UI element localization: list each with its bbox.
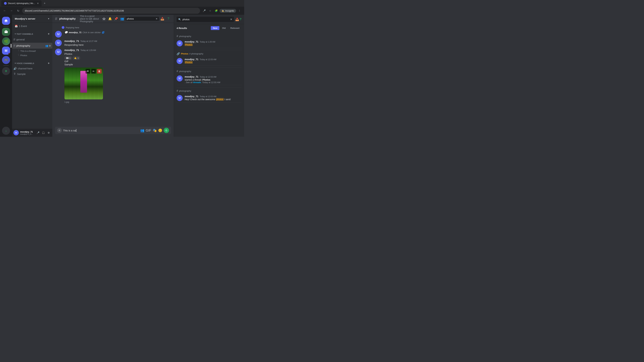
voice-channels-label[interactable]: ▾ VOICE CHANNELS +	[14, 61, 51, 65]
input-add-button[interactable]: +	[57, 128, 62, 133]
microphone-icon[interactable]: 🎤	[202, 8, 207, 13]
channel-title: photography	[59, 17, 76, 20]
channel-channel-here[interactable]: 🔊 channel-here	[12, 66, 52, 71]
mute-button[interactable]: 🎤	[36, 130, 40, 135]
message-sticker: M 💬 moodjoy_71 Click to see sticker 🌀	[52, 30, 174, 38]
members-icon[interactable]: 👥	[120, 16, 125, 21]
nav-forward-button[interactable]: →	[9, 8, 14, 13]
search-result-group-3: # photography M moodjoy_71 Today at 12:0…	[174, 68, 244, 86]
deafen-button[interactable]: 🎧	[41, 130, 46, 135]
address-bar[interactable]: discord.com/channels/1182346851781984336…	[22, 8, 200, 14]
add-server-button[interactable]: +	[2, 67, 10, 75]
result-avatar-2: M	[176, 58, 183, 64]
image-delete-icon[interactable]: 🗑	[97, 69, 102, 73]
result-thread-name[interactable]: Photos	[181, 52, 188, 55]
threads-link[interactable]: threads	[193, 81, 201, 84]
server-icon-2[interactable]: 🌿	[2, 37, 10, 45]
search-result-group-2: 🔗 Photos # photography M moodjoy_71 Toda…	[174, 51, 244, 67]
active-tab[interactable]: Discord | #photography | Moo... ✕	[1, 0, 42, 6]
nav-back-button[interactable]: ←	[2, 8, 8, 13]
result-time-4: Today at 12:03 AM	[200, 95, 216, 98]
incognito-label: Incognito	[225, 9, 234, 12]
discord-home-icon[interactable]	[2, 17, 10, 25]
search-input-wrap[interactable]: 🔍 photos ✕	[176, 17, 234, 22]
search-input[interactable]: photos	[182, 18, 229, 21]
search-result-group-4: # photography M moodjoy_71 Today at 12:0…	[174, 88, 244, 104]
star-icon[interactable]: ☆	[208, 8, 213, 13]
search-bar[interactable]: photos ✕	[126, 17, 159, 21]
result-channel-name-3: photography	[179, 70, 191, 72]
extensions-icon[interactable]: 🧩	[214, 8, 219, 13]
result-header-1: moodjoy_71 Today at 1:29 AM	[185, 40, 242, 43]
discord-icon: 💬	[64, 31, 68, 34]
incognito-badge[interactable]: 🕵 Incognito	[220, 9, 236, 13]
image-view-icon[interactable]: 👁	[86, 69, 90, 73]
search-clear-icon[interactable]: ✕	[156, 17, 158, 20]
voice-icon-channel-here: 🔊	[14, 67, 17, 70]
channel-sidebar: Moodjoy's server ▼ 📅 1 Event ▾ TEXT CHAN…	[12, 15, 52, 137]
server-icon-1[interactable]: 🏔	[2, 28, 10, 36]
chat-area: Replying here M 💬 moodjoy_71 Click to se…	[52, 23, 174, 124]
help-icon[interactable]: ?	[166, 16, 171, 21]
channel-photography[interactable]: # photography 👥 ⚙	[12, 43, 52, 49]
nav-reload-button[interactable]: ↻	[16, 8, 21, 13]
mention-people-icon[interactable]: 👥	[140, 128, 144, 132]
reaction-eyes[interactable]: 👀 1	[64, 56, 72, 60]
grammarly-button[interactable]: G	[164, 128, 169, 133]
settings-button[interactable]: ⚙	[46, 130, 51, 135]
server-icon-moodjoys[interactable]: M	[2, 46, 10, 55]
result-content-4: moodjoy_71 Today at 12:03 AM Hey! Check …	[185, 95, 242, 101]
members-icon[interactable]: 👥	[45, 44, 48, 47]
gif-button[interactable]: GIF	[146, 129, 151, 132]
username: moodjoy_71	[20, 131, 34, 133]
event-label: 1 Event	[19, 25, 27, 27]
download-icon[interactable]: ↓	[2, 127, 10, 135]
url-text: discord.com/channels/1182346851781984336…	[25, 9, 124, 12]
server-icon-3[interactable]: 🎮	[2, 56, 10, 64]
channel-general[interactable]: # general	[12, 36, 52, 42]
result-header-3: moodjoy_71 Today at 12:03 AM	[185, 75, 242, 78]
thread-this-is-a-thread[interactable]: └ This is a thread!	[12, 49, 52, 53]
search-results: # photography M moodjoy_71 Today at 1:29…	[174, 32, 244, 137]
tab-close-button[interactable]: ✕	[37, 2, 39, 5]
event-item[interactable]: 📅 1 Event	[14, 24, 51, 28]
sort-old-button[interactable]: Old	[220, 26, 228, 30]
message-input-area: + This is a sa 👥 GIF 🎭 😊 G	[52, 124, 174, 137]
sticker-icon[interactable]: 🎭	[152, 128, 157, 132]
add-voice-channel-button[interactable]: +	[48, 61, 50, 65]
server-header[interactable]: Moodjoy's server ▼	[12, 15, 52, 23]
search-filter-icon-1[interactable]: 📥	[235, 17, 239, 21]
sort-new-button[interactable]: New	[211, 26, 219, 30]
message-avatar-sticker: M	[55, 31, 62, 37]
threads-icon[interactable]	[101, 16, 107, 21]
text-channels-label[interactable]: ▾ TEXT CHANNELS +	[14, 32, 51, 36]
settings-icon[interactable]: ⚙	[49, 44, 51, 47]
reaction-hand[interactable]: 🤙 1	[72, 56, 80, 60]
notifications-icon[interactable]: 🔔	[107, 16, 113, 21]
emoji-icon[interactable]: 😊	[158, 128, 162, 132]
search-help-icon[interactable]: ?	[240, 17, 242, 21]
server-sidebar: 🏔 🌿 M 🎮 + ↓	[0, 15, 12, 137]
inbox-icon[interactable]: 📥	[160, 16, 165, 21]
image-edit-icon[interactable]: ✏	[91, 69, 96, 73]
server-divider-2	[3, 65, 9, 66]
reaction-emoji-eyes: 👀	[66, 57, 68, 59]
browser-menu-button[interactable]: ⋮	[237, 8, 242, 13]
result-text-2: Photos	[185, 61, 242, 64]
channel-sample[interactable]: 🎙 Sample	[12, 71, 52, 76]
result-content-2: moodjoy_71 Today at 12:03 AM Photos	[185, 58, 242, 64]
sticker-message: 💬 moodjoy_71 Click to see sticker 🌀	[64, 31, 171, 34]
search-divider-3	[176, 87, 242, 87]
message-input[interactable]: This is a sa	[63, 129, 139, 132]
pinned-icon[interactable]: 📌	[113, 16, 119, 21]
sort-relevant-button[interactable]: Relevant	[228, 26, 242, 30]
search-clear-button[interactable]: ✕	[230, 18, 232, 21]
add-text-channel-button[interactable]: +	[48, 32, 50, 36]
channel-name-photography: photography	[16, 44, 44, 47]
result-time-3: Today at 12:03 AM	[200, 76, 216, 78]
reply-avatar	[62, 26, 64, 29]
message-avatar-1: M	[55, 39, 62, 46]
new-tab-button[interactable]: +	[42, 1, 47, 6]
image-overlay-icons: 👁 ✏ 🗑	[86, 69, 102, 73]
thread-photos[interactable]: └ Photos	[12, 53, 52, 57]
